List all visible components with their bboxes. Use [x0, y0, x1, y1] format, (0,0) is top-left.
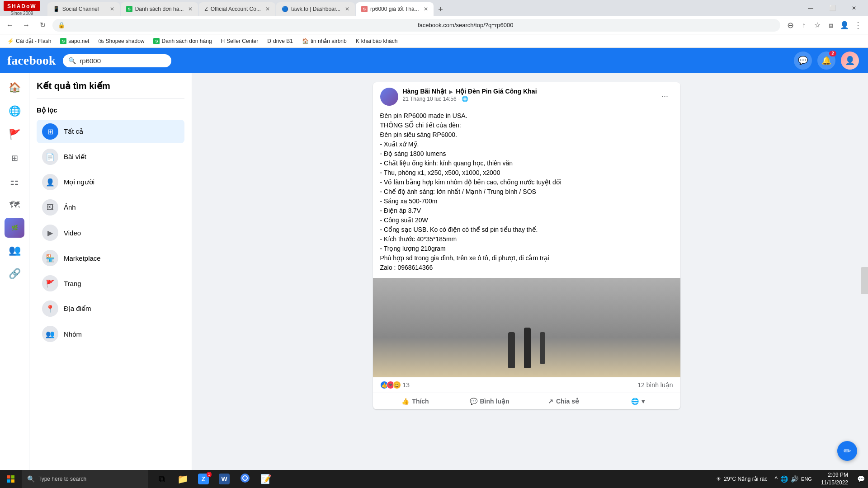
post-author-avatar[interactable]: [380, 88, 398, 106]
forward-button[interactable]: →: [20, 19, 33, 32]
browser-tab-5[interactable]: S rp6000 giá tốt Thá... ✕: [356, 2, 434, 16]
volume-icon[interactable]: 🔊: [791, 475, 798, 483]
taskbar-search-box[interactable]: 🔍 Type here to search: [22, 470, 148, 488]
sidebar-icon-apps[interactable]: ⚏: [4, 171, 25, 192]
bookmark-favicon-drive: D: [267, 38, 271, 44]
back-button[interactable]: ←: [4, 19, 16, 32]
new-tab-button[interactable]: +: [434, 3, 447, 16]
facebook-search-input[interactable]: [80, 57, 161, 65]
refresh-button[interactable]: ↻: [36, 19, 49, 32]
globe-privacy-button[interactable]: 🌐 ▾: [601, 395, 675, 408]
tab-close-1[interactable]: ✕: [110, 6, 114, 12]
bookmark-orders[interactable]: S Danh sách đơn hàng: [150, 37, 215, 45]
sidebar-icon-puzzle[interactable]: ⊞: [4, 147, 25, 169]
post-image: [373, 278, 680, 377]
word-icon: W: [219, 474, 230, 484]
taskbar-app-zoom[interactable]: Z 1: [193, 470, 213, 488]
filter-places[interactable]: 📍 Địa điểm: [37, 297, 184, 320]
weather-widget[interactable]: ☀ 29°C Nắng rải rác: [712, 476, 771, 482]
taskbar-app-file-explorer[interactable]: 📁: [173, 470, 193, 488]
tab-title-2: Danh sách đơn hà...: [135, 6, 184, 12]
browser-tab-3[interactable]: Z Official Account Co... ✕: [199, 2, 275, 16]
extensions-button[interactable]: ⧈: [825, 19, 837, 32]
sidebar-icon-map[interactable]: 🗺: [4, 194, 25, 216]
sidebar-icon-flag[interactable]: 🚩: [4, 124, 25, 145]
post-group-name[interactable]: Hội Đèn Pin Giá Công Khai: [456, 88, 537, 95]
bookmark-label-khai-bao: khai báo khách: [361, 38, 398, 44]
browser-title-bar: SHADoW Since 2009 📱 Social Channel ✕ S D…: [0, 0, 868, 16]
taskbar-time-display: 2:09 PM: [821, 471, 848, 479]
tab-close-3[interactable]: ✕: [265, 6, 270, 12]
zoom-button[interactable]: ⊖: [784, 19, 797, 32]
notifications-button[interactable]: 🔔 2: [817, 52, 835, 70]
close-button[interactable]: ✕: [844, 0, 864, 16]
network-icon[interactable]: 🌐: [780, 475, 788, 483]
sidebar-icon-people[interactable]: 👥: [4, 239, 25, 261]
filter-people[interactable]: 👤 Mọi người: [37, 170, 184, 194]
facebook-app: facebook 🔍 💬 🔔 2 👤 🏠 🌐 🚩 ⊞ ⚏ 🗺 🌿: [0, 48, 868, 488]
like-icon: 👍: [401, 398, 409, 405]
filter-videos[interactable]: ▶ Video: [37, 221, 184, 244]
bookmark-shopee[interactable]: 🛍 Shopee shadow: [94, 37, 148, 45]
browser-tab-4[interactable]: 🔵 tawk.to | Dashboar... ✕: [276, 2, 355, 16]
filter-photos[interactable]: 🖼 Ảnh: [37, 196, 184, 219]
like-button[interactable]: 👍 Thích: [378, 395, 453, 408]
filter-groups[interactable]: 👥 Nhóm: [37, 322, 184, 346]
post-time: 21 Tháng 10 lúc 14:56 · 🌐: [403, 96, 652, 102]
minimize-button[interactable]: —: [800, 0, 821, 16]
filter-marketplace[interactable]: 🏪 Marketplace: [37, 246, 184, 270]
taskbar-app-chrome[interactable]: [235, 470, 255, 488]
profile-button[interactable]: 👤: [838, 19, 851, 32]
sidebar-icon-map2[interactable]: 🌿: [5, 218, 24, 238]
post-author-name[interactable]: Hàng Bãi Nhật: [403, 88, 447, 95]
zoom-badge: 1: [207, 472, 212, 477]
filter-all[interactable]: ⊞ Tất cả: [37, 120, 184, 143]
user-avatar[interactable]: 👤: [841, 52, 859, 70]
filter-pages[interactable]: 🚩 Trang: [37, 272, 184, 295]
sidebar-icon-link[interactable]: 🔗: [4, 263, 25, 285]
menu-button[interactable]: ⋮: [852, 19, 864, 32]
sidebar-icon-globe[interactable]: 🌐: [4, 100, 25, 122]
brand-name: SHADoW: [7, 3, 37, 9]
scroll-handle[interactable]: [861, 267, 868, 294]
share-button[interactable]: ↗ Chia sẻ: [527, 395, 601, 408]
facebook-header: facebook 🔍 💬 🔔 2 👤: [0, 48, 868, 73]
facebook-logo[interactable]: facebook: [7, 53, 56, 68]
notification-center-button[interactable]: 💬: [854, 470, 868, 488]
filter-posts[interactable]: 📄 Bài viết: [37, 145, 184, 169]
post-more-button[interactable]: ···: [657, 88, 673, 104]
taskbar-app-notepad[interactable]: 📝: [256, 470, 276, 488]
keyboard-lang[interactable]: ENG: [801, 476, 812, 482]
tab-close-5[interactable]: ✕: [424, 6, 428, 12]
bookmark-airbnb[interactable]: 🏠 tin nhắn airbnb: [298, 37, 350, 45]
bookmark-khai-bao[interactable]: K khai báo khách: [352, 37, 401, 45]
comment-button[interactable]: 💬 Bình luận: [453, 395, 527, 408]
sidebar-icon-home[interactable]: 🏠: [4, 77, 25, 99]
browser-tab-1[interactable]: 📱 Social Channel ✕: [47, 2, 120, 16]
taskbar-app-task-view[interactable]: ⧉: [152, 470, 172, 488]
post-reactions[interactable]: 👍 ❤ 😄 13: [380, 381, 410, 389]
svg-rect-3: [11, 479, 14, 483]
search-panel-title: Kết quả tìm kiếm: [37, 80, 184, 91]
address-bar[interactable]: 🔒 facebook.com/search/top/?q=rp6000: [52, 19, 780, 32]
browser-tab-2[interactable]: S Danh sách đơn hà... ✕: [121, 2, 198, 16]
taskbar-app-word[interactable]: W: [214, 470, 234, 488]
tab-close-2[interactable]: ✕: [188, 6, 193, 12]
comment-count[interactable]: 12 bình luận: [637, 381, 673, 389]
tab-close-4[interactable]: ✕: [345, 6, 349, 12]
comment-label: Bình luận: [480, 398, 509, 405]
taskbar-clock[interactable]: 2:09 PM 11/15/2022: [816, 471, 854, 487]
compose-button[interactable]: ✏: [837, 441, 857, 461]
bookmark-sapo[interactable]: S sapo.net: [57, 37, 93, 45]
bookmark-flash[interactable]: ⚡ Cài đặt - Flash: [4, 37, 55, 45]
maximize-button[interactable]: ⬜: [822, 0, 843, 16]
messenger-button[interactable]: 💬: [794, 52, 812, 70]
taskbar: 🔍 Type here to search ⧉ 📁 Z 1 W: [0, 470, 868, 488]
system-tray-arrow[interactable]: ^: [775, 475, 778, 483]
bookmark-button[interactable]: ☆: [811, 19, 824, 32]
bookmark-seller[interactable]: H Seller Center: [217, 37, 262, 45]
bookmark-drive[interactable]: D drive B1: [264, 37, 297, 45]
share-button[interactable]: ↑: [797, 19, 810, 32]
facebook-search-bar[interactable]: 🔍: [63, 54, 171, 67]
start-button[interactable]: [0, 470, 22, 488]
